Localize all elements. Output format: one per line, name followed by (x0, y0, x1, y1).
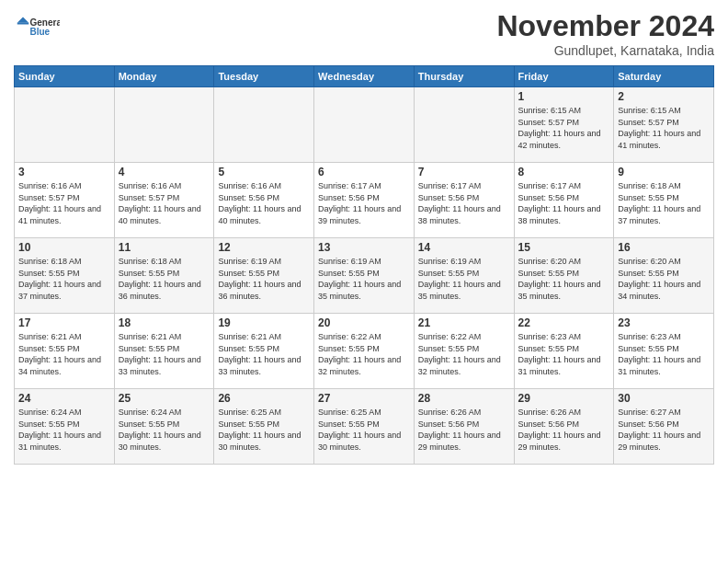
calendar-day-cell: 15Sunrise: 6:20 AMSunset: 5:55 PMDayligh… (514, 238, 614, 314)
day-info: Sunrise: 6:25 AMSunset: 5:55 PMDaylight:… (318, 407, 410, 453)
calendar-day-cell: 10Sunrise: 6:18 AMSunset: 5:55 PMDayligh… (15, 238, 115, 314)
calendar-day-cell: 20Sunrise: 6:22 AMSunset: 5:55 PMDayligh… (314, 314, 415, 389)
day-info: Sunrise: 6:19 AMSunset: 5:55 PMDaylight:… (218, 256, 310, 302)
calendar-day-cell: 12Sunrise: 6:19 AMSunset: 5:55 PMDayligh… (214, 238, 314, 314)
calendar-day-cell (314, 87, 415, 163)
day-number: 22 (518, 316, 610, 329)
day-number: 2 (618, 90, 710, 103)
calendar-day-cell: 28Sunrise: 6:26 AMSunset: 5:56 PMDayligh… (414, 389, 514, 465)
day-info: Sunrise: 6:19 AMSunset: 5:55 PMDaylight:… (318, 256, 410, 302)
calendar-day-cell: 3Sunrise: 6:16 AMSunset: 5:57 PMDaylight… (15, 163, 115, 238)
day-number: 26 (218, 392, 310, 405)
title-block: November 2024 Gundlupet, Karnataka, Indi… (496, 9, 714, 58)
day-number: 6 (318, 166, 410, 178)
day-info: Sunrise: 6:18 AMSunset: 5:55 PMDaylight:… (18, 256, 110, 302)
day-info: Sunrise: 6:26 AMSunset: 5:56 PMDaylight:… (518, 407, 610, 453)
day-number: 12 (218, 241, 310, 254)
weekday-header-row: SundayMondayTuesdayWednesdayThursdayFrid… (15, 66, 714, 87)
day-info: Sunrise: 6:22 AMSunset: 5:55 PMDaylight:… (318, 331, 410, 377)
calendar-day-cell (214, 87, 314, 163)
weekday-header: Friday (514, 66, 614, 87)
day-info: Sunrise: 6:20 AMSunset: 5:55 PMDaylight:… (618, 256, 710, 302)
calendar-day-cell: 23Sunrise: 6:23 AMSunset: 5:55 PMDayligh… (614, 314, 714, 389)
day-info: Sunrise: 6:17 AMSunset: 5:56 PMDaylight:… (318, 180, 410, 226)
day-info: Sunrise: 6:17 AMSunset: 5:56 PMDaylight:… (518, 180, 610, 226)
calendar-day-cell: 7Sunrise: 6:17 AMSunset: 5:56 PMDaylight… (414, 163, 514, 238)
calendar-day-cell: 8Sunrise: 6:17 AMSunset: 5:56 PMDaylight… (514, 163, 614, 238)
day-info: Sunrise: 6:23 AMSunset: 5:55 PMDaylight:… (618, 331, 710, 377)
weekday-header: Wednesday (314, 66, 415, 87)
day-number: 13 (318, 241, 410, 254)
day-info: Sunrise: 6:27 AMSunset: 5:56 PMDaylight:… (618, 407, 710, 453)
day-info: Sunrise: 6:21 AMSunset: 5:55 PMDaylight:… (119, 331, 210, 377)
day-number: 25 (119, 392, 210, 405)
calendar-day-cell: 6Sunrise: 6:17 AMSunset: 5:56 PMDaylight… (314, 163, 415, 238)
day-number: 23 (618, 316, 710, 329)
day-info: Sunrise: 6:21 AMSunset: 5:55 PMDaylight:… (18, 331, 110, 377)
calendar-day-cell: 30Sunrise: 6:27 AMSunset: 5:56 PMDayligh… (614, 389, 714, 465)
header: General Blue November 2024 Gundlupet, Ka… (14, 9, 714, 58)
day-info: Sunrise: 6:17 AMSunset: 5:56 PMDaylight:… (418, 180, 510, 226)
day-info: Sunrise: 6:20 AMSunset: 5:55 PMDaylight:… (518, 256, 610, 302)
day-number: 5 (218, 166, 310, 178)
calendar-day-cell: 9Sunrise: 6:18 AMSunset: 5:55 PMDaylight… (614, 163, 714, 238)
calendar-day-cell: 22Sunrise: 6:23 AMSunset: 5:55 PMDayligh… (514, 314, 614, 389)
day-number: 28 (418, 392, 510, 405)
calendar-day-cell: 2Sunrise: 6:15 AMSunset: 5:57 PMDaylight… (614, 87, 714, 163)
month-title: November 2024 (496, 9, 714, 43)
calendar-week-row: 24Sunrise: 6:24 AMSunset: 5:55 PMDayligh… (15, 389, 714, 465)
calendar-day-cell: 13Sunrise: 6:19 AMSunset: 5:55 PMDayligh… (314, 238, 415, 314)
day-info: Sunrise: 6:16 AMSunset: 5:56 PMDaylight:… (218, 180, 310, 226)
day-number: 29 (518, 392, 610, 405)
calendar-week-row: 1Sunrise: 6:15 AMSunset: 5:57 PMDaylight… (15, 87, 714, 163)
day-number: 4 (119, 166, 210, 178)
weekday-header: Thursday (414, 66, 514, 87)
day-number: 27 (318, 392, 410, 405)
day-info: Sunrise: 6:25 AMSunset: 5:55 PMDaylight:… (218, 407, 310, 453)
day-number: 19 (218, 316, 310, 329)
svg-text:General: General (30, 17, 61, 28)
weekday-header: Tuesday (214, 66, 314, 87)
weekday-header: Sunday (15, 66, 115, 87)
day-info: Sunrise: 6:21 AMSunset: 5:55 PMDaylight:… (218, 331, 310, 377)
day-info: Sunrise: 6:18 AMSunset: 5:55 PMDaylight:… (119, 256, 210, 302)
calendar-day-cell: 19Sunrise: 6:21 AMSunset: 5:55 PMDayligh… (214, 314, 314, 389)
day-info: Sunrise: 6:24 AMSunset: 5:55 PMDaylight:… (119, 407, 210, 453)
page-container: General Blue November 2024 Gundlupet, Ka… (0, 0, 728, 474)
day-info: Sunrise: 6:26 AMSunset: 5:56 PMDaylight:… (418, 407, 510, 453)
calendar-table: SundayMondayTuesdayWednesdayThursdayFrid… (14, 65, 714, 465)
day-info: Sunrise: 6:23 AMSunset: 5:55 PMDaylight:… (518, 331, 610, 377)
calendar-day-cell (114, 87, 214, 163)
calendar-day-cell: 24Sunrise: 6:24 AMSunset: 5:55 PMDayligh… (15, 389, 115, 465)
day-info: Sunrise: 6:15 AMSunset: 5:57 PMDaylight:… (618, 105, 710, 151)
day-number: 20 (318, 316, 410, 329)
calendar-day-cell (414, 87, 514, 163)
day-number: 30 (618, 392, 710, 405)
day-info: Sunrise: 6:15 AMSunset: 5:57 PMDaylight:… (518, 105, 610, 151)
day-number: 24 (18, 392, 110, 405)
day-number: 11 (119, 241, 210, 254)
day-number: 14 (418, 241, 510, 254)
day-number: 18 (119, 316, 210, 329)
day-info: Sunrise: 6:19 AMSunset: 5:55 PMDaylight:… (418, 256, 510, 302)
calendar-day-cell (15, 87, 115, 163)
calendar-day-cell: 11Sunrise: 6:18 AMSunset: 5:55 PMDayligh… (114, 238, 214, 314)
location-subtitle: Gundlupet, Karnataka, India (496, 43, 714, 58)
svg-marker-2 (17, 17, 29, 22)
calendar-week-row: 3Sunrise: 6:16 AMSunset: 5:57 PMDaylight… (15, 163, 714, 238)
calendar-day-cell: 18Sunrise: 6:21 AMSunset: 5:55 PMDayligh… (114, 314, 214, 389)
day-info: Sunrise: 6:16 AMSunset: 5:57 PMDaylight:… (18, 180, 110, 226)
logo-svg: General Blue (14, 9, 60, 44)
day-number: 21 (418, 316, 510, 329)
day-number: 8 (518, 166, 610, 178)
day-info: Sunrise: 6:16 AMSunset: 5:57 PMDaylight:… (119, 180, 210, 226)
calendar-day-cell: 29Sunrise: 6:26 AMSunset: 5:56 PMDayligh… (514, 389, 614, 465)
svg-rect-3 (17, 23, 29, 25)
day-info: Sunrise: 6:18 AMSunset: 5:55 PMDaylight:… (618, 180, 710, 226)
day-number: 3 (18, 166, 110, 178)
weekday-header: Saturday (614, 66, 714, 87)
day-number: 17 (18, 316, 110, 329)
weekday-header: Monday (114, 66, 214, 87)
calendar-day-cell: 5Sunrise: 6:16 AMSunset: 5:56 PMDaylight… (214, 163, 314, 238)
day-number: 16 (618, 241, 710, 254)
